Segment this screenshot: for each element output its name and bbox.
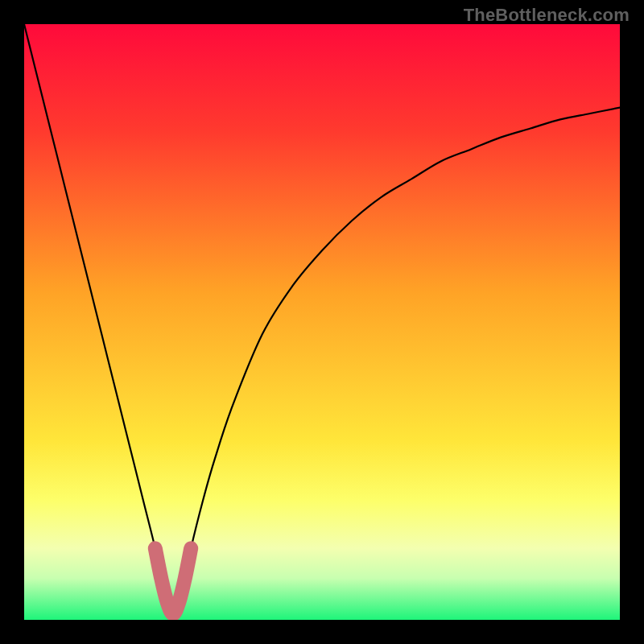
- chart-svg: [24, 24, 620, 620]
- plot-area: [24, 24, 620, 620]
- watermark-text: TheBottleneck.com: [464, 5, 630, 26]
- chart-frame: TheBottleneck.com: [0, 0, 644, 644]
- gradient-background: [24, 24, 620, 620]
